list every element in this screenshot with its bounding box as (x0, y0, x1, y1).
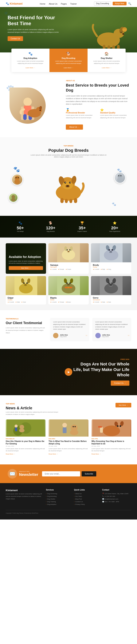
news-article-title-3: Why Grooming Your Dog at Home is Importa… (92, 440, 131, 445)
news-read-more-1[interactable]: Read More → (6, 453, 15, 455)
feature-title-1: Professional Breeder (66, 112, 97, 114)
footer-service-4[interactable]: Dog Training (46, 501, 70, 502)
testimonial-left: Testimonials Our Client Testimonial Lore… (6, 318, 46, 341)
dog-gender-bigela: ★ Female (58, 302, 64, 303)
news-article-meta-2: 20 June, 2022 (48, 446, 88, 447)
news-read-more-3[interactable]: Read More → (92, 453, 101, 455)
stat-num-2: 120+ (46, 226, 55, 230)
about-cta-button[interactable]: About Us → (66, 124, 83, 130)
service-dog-breeding[interactable]: 🐕 Dog Breeding Lorem ipsum dolor sit ame… (49, 48, 88, 72)
play-button[interactable]: ▶ (65, 368, 72, 376)
service-shelter-title: Dog Shelter (90, 57, 123, 59)
about-tag: About Us (66, 80, 131, 82)
quote-icon-1: " (86, 334, 87, 339)
news-card-2[interactable]: Dog Info This Is What You Need to Consid… (48, 420, 88, 457)
svg-point-61 (109, 249, 110, 251)
testi-text-1: Lorem ipsum dolor sit amet consectetur a… (53, 321, 86, 330)
footer-service-1[interactable]: Dog Grooming (46, 493, 70, 494)
cta-banner-section: ▶ Free Dog Dogs Are Not Our Whole Life, … (0, 349, 137, 395)
dog-age-samaya: ★ 1 month (50, 268, 56, 270)
stat-icon-1: 🐾 (17, 221, 24, 225)
footer-service-5[interactable]: Dog Adoption (46, 504, 70, 505)
testimonials-right: Lorem ipsum dolor sit amet consectetur a… (50, 318, 131, 341)
news-header-left: Top News News & Article Lorem ipsum dolo… (6, 403, 63, 416)
breed-thumb-2[interactable] (114, 172, 126, 184)
adoption-hero-cta[interactable]: See More → (9, 266, 43, 270)
dog-img-brody (91, 243, 131, 262)
nav-pages[interactable]: Pages (61, 3, 67, 5)
footer-contact-phone: 📞 +1 234 567 890 (102, 496, 131, 497)
service-adoption-link[interactable]: Learn More → (25, 67, 35, 69)
stat-dog-breeds: 🐕 120+ Dog Breeds (46, 221, 55, 232)
testimonials-section: Testimonials Our Client Testimonial Lore… (0, 310, 137, 349)
dog-card-samaya[interactable]: Samaya Samoyed ★ 1 month ★ Female ★ Crea… (48, 243, 89, 274)
service-breeding-link[interactable]: Learn More → (64, 67, 73, 69)
breed-thumb-1[interactable] (11, 174, 23, 185)
service-dog-adoption[interactable]: 🐾 Dog Adoption Lorem ipsum dolor sit ame… (11, 48, 49, 72)
news-card-1[interactable]: Dog Health Give this Vitamin to your Dog… (6, 420, 45, 457)
dog-card-edgar[interactable]: Edgar Golden ★ 3 month ★ Male ★ Gold (6, 276, 46, 304)
footer-quicklink-3[interactable]: Blog Post (74, 498, 98, 500)
newsletter-subscribe-button[interactable]: Subscribe (82, 471, 96, 476)
dog-age-bigela: ★ 1 month (50, 302, 56, 303)
dog-breed-samaya: Samoyed (50, 266, 87, 268)
testi-avatar-1 (53, 333, 58, 338)
news-card-3[interactable]: Dog Tips Why Grooming Your Dog at Home i… (92, 420, 131, 457)
dog-card-bigela[interactable]: Bigela Mixed ★ 1 month ★ Female ★ Brown (48, 276, 89, 304)
news-article-meta-1: 20 June, 2022 (6, 446, 45, 447)
footer-quicklink-1[interactable]: About Us (74, 493, 98, 494)
dog-card-brody[interactable]: Brody Husky ★ 2 month ★ Male ★ Grey (91, 243, 131, 274)
dog-age-edgar: ★ 3 month (7, 302, 14, 303)
search-icon[interactable]: 🔍 (128, 2, 131, 5)
testi-role-2: Dog Owner (102, 336, 110, 337)
service-breeding-desc: Lorem ipsum dolor sit amet consectetur a… (52, 60, 85, 64)
news-title: News & Article (6, 406, 63, 410)
news-section: Top News News & Article Lorem ipsum dolo… (0, 395, 137, 464)
svg-point-111 (70, 430, 78, 435)
testimonial-description: Lorem ipsum dolor sit amet consectetur a… (6, 327, 46, 334)
newsletter-envelope-icon: ✉️ (9, 471, 15, 476)
news-body-3: Dog Tips Why Grooming Your Dog at Home i… (92, 436, 131, 457)
breed-thumb-3[interactable] (8, 193, 18, 202)
adoption-grid: Available for Adoption Lorem ipsum dolor… (6, 243, 131, 304)
footer-quicklink-4[interactable]: Contact Us (74, 501, 98, 502)
adoption-hero-card: Available for Adoption Lorem ipsum dolor… (6, 243, 46, 274)
footer-quicklink-5[interactable]: Privacy Policy (74, 504, 98, 505)
newsletter-email-input[interactable] (42, 471, 80, 476)
about-dog-illustration (9, 88, 46, 124)
news-more-button[interactable]: See More → (116, 403, 131, 408)
dog-card-gerry[interactable]: Gerry Schnauzer ★ 4 month ★ Male ★ Dark (91, 276, 131, 304)
svg-point-4 (121, 32, 122, 33)
svg-rect-109 (63, 428, 67, 433)
footer-contact-address: 📍 123 Street Name, City, State 12345 (102, 493, 131, 494)
nav-home[interactable]: Home (40, 3, 45, 5)
dog-img-edgar (6, 276, 46, 295)
stat-icon-2: 🐕 (46, 221, 55, 225)
footer-service-3[interactable]: Dog Shelter (46, 498, 70, 500)
dog-gender-brody: ★ Male (101, 268, 105, 270)
dog-breed-bigela: Mixed (50, 299, 87, 301)
footer-bottom: Copyright © 2022 dog.Theme | Powered by … (6, 510, 131, 514)
service-dog-shelter[interactable]: 🏠 Dog Shelter Lorem ipsum dolor sit amet… (88, 48, 126, 72)
dog-meta-brody: ★ 2 month ★ Male ★ Grey (93, 268, 129, 270)
breeds-tag: Top Breed (6, 145, 131, 147)
shelter-icon: 🏠 (90, 52, 123, 56)
svg-point-45 (11, 198, 15, 201)
dog-gender-edgar: ★ Male (15, 302, 20, 303)
cta-button[interactable]: Contact Us → (111, 380, 129, 386)
footer-quicklink-2[interactable]: Our Team (74, 496, 98, 497)
footer-brand-col: Kintamani Lorem ipsum dolor sit amet con… (6, 489, 42, 506)
consulting-button[interactable]: Dog Consulting (94, 2, 111, 6)
dog-breed-brody: Husky (93, 266, 129, 268)
stat-icon-4: ⭐ (109, 221, 120, 225)
service-shelter-link[interactable]: Learn More → (102, 67, 112, 69)
footer-brand-desc: Lorem ipsum dolor sit amet consectetur a… (6, 493, 42, 500)
adopt-button[interactable]: Adopt Now (113, 2, 127, 5)
dog-info-edgar: Edgar Golden ★ 3 month ★ Male ★ Gold (6, 295, 46, 304)
hero-cta-button[interactable]: Contact Us (7, 36, 23, 41)
footer-service-2[interactable]: Dog Breeding (46, 496, 70, 497)
nav-about[interactable]: About Us (49, 3, 57, 5)
nav-trainer[interactable]: Trainer (70, 3, 77, 5)
news-read-more-2[interactable]: Read More → (48, 453, 58, 455)
brand-logo[interactable]: 🐾 Kintamani (6, 2, 23, 5)
